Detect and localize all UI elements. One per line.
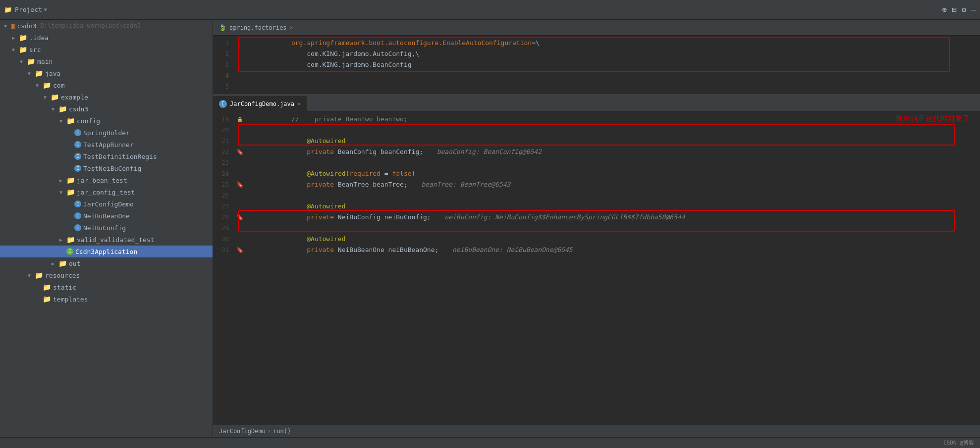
breadcrumb-jarconfigdemo[interactable]: JarConfigDemo bbox=[219, 428, 266, 435]
sidebar-item-src[interactable]: ▼ 📁 src bbox=[0, 44, 213, 55]
java-icon-testdefregis: C bbox=[74, 153, 81, 160]
arrow-out: ▶ bbox=[52, 261, 58, 266]
arrow-jar-config-test: ▼ bbox=[59, 190, 66, 195]
sidebar-label-main: main bbox=[37, 58, 53, 65]
sidebar-item-out[interactable]: ▶ 📁 out bbox=[0, 257, 213, 269]
folder-icon-valid-validated: 📁 bbox=[66, 236, 75, 244]
sidebar-item-example[interactable]: ▼ 📁 example bbox=[0, 91, 213, 103]
arrow-csdn3sub: ▼ bbox=[52, 106, 58, 112]
sidebar-item-main[interactable]: ▼ 📁 main bbox=[0, 55, 213, 67]
folder-icon-jar-bean-test: 📁 bbox=[66, 176, 75, 184]
sidebar-label-testapprunner: TestAppRunner bbox=[83, 141, 134, 149]
java-icon-jarconfigdemo: C bbox=[74, 200, 81, 207]
sidebar-label-csdn3: csdn3 bbox=[17, 22, 36, 30]
folder-icon-config: 📁 bbox=[66, 117, 75, 125]
code-line-31: 31 🔖 private NeiBuBeanOne neiBuBeanOne; … bbox=[213, 245, 980, 255]
sidebar-label-testneibuconfig: TestNeiBuConfig bbox=[83, 165, 141, 172]
sidebar-item-java[interactable]: ▼ 📁 java bbox=[0, 67, 213, 79]
arrow-valid-validated: ▶ bbox=[59, 237, 66, 243]
sidebar-item-neibuBeanOne[interactable]: C NeiBuBeanOne bbox=[0, 210, 213, 222]
arrow-config: ▼ bbox=[59, 118, 66, 124]
code-line-28: 28 🔖 private NeiBuConfig neiBuConfig; ne… bbox=[213, 212, 980, 223]
sidebar-item-csdn3[interactable]: ▼ ▣ csdn3 D:\temp\idea_workplace\csdn3 bbox=[0, 20, 213, 32]
editor-area: 🍃 spring.factories ✕ 1 org.springframewo… bbox=[213, 20, 980, 437]
editor-bottom: C JarConfigDemo.java ✕ 现在就不是代理对象了 19 bbox=[213, 96, 980, 437]
sidebar-item-config[interactable]: ▼ 📁 config bbox=[0, 115, 213, 127]
code-line-3: 3 com.KING.jardemo.BeanConfig bbox=[213, 59, 980, 70]
folder-icon-idea: 📁 bbox=[19, 34, 27, 42]
sidebar-path-csdn3: D:\temp\idea_workplace\csdn3 bbox=[41, 22, 141, 29]
code-line-19: 19 🔒 // private BeanTwo beanTwo; bbox=[213, 114, 980, 125]
arrow-jar-bean-test: ▶ bbox=[59, 178, 66, 183]
module-icon: ▣ bbox=[11, 22, 15, 30]
java-tab-icon: C bbox=[219, 100, 227, 108]
sidebar-label-com: com bbox=[53, 82, 64, 89]
sidebar-item-valid-validated-test[interactable]: ▶ 📁 valid_validated_test bbox=[0, 234, 213, 246]
arrow-csdn3: ▼ bbox=[4, 23, 11, 29]
sidebar-item-jarconfigdemo[interactable]: C JarConfigDemo bbox=[0, 198, 213, 210]
breadcrumb-bar: JarConfigDemo › run() bbox=[213, 424, 980, 437]
sidebar-item-templates[interactable]: 📁 templates bbox=[0, 293, 213, 305]
code-line-25: 25 🔖 private BeanTree beanTree; beanTree… bbox=[213, 179, 980, 190]
red-annotation: 现在就不是代理对象了 bbox=[896, 114, 970, 123]
project-arrow: ▼ bbox=[44, 7, 47, 12]
top-bar-icons: ⊕ ⊟ ⚙ — bbox=[942, 5, 976, 14]
java-icon-neibubeanone: C bbox=[74, 212, 81, 219]
java-icon-testneibuconfig: C bbox=[74, 165, 81, 172]
sidebar-item-jar-bean-test[interactable]: ▶ 📁 jar_bean_test bbox=[0, 174, 213, 186]
sidebar-item-neibuconfig[interactable]: C NeiBuConfig bbox=[0, 222, 213, 234]
folder-icon-static: 📁 bbox=[43, 283, 51, 291]
sidebar-label-valid-validated: valid_validated_test bbox=[77, 236, 155, 244]
breadcrumb-separator: › bbox=[268, 428, 271, 435]
sidebar-item-testapprunner[interactable]: C TestAppRunner bbox=[0, 139, 213, 150]
sidebar-item-csdn3sub[interactable]: ▼ 📁 csdn3 bbox=[0, 103, 213, 115]
sidebar-item-csdn3application[interactable]: C Csdn3Application bbox=[0, 246, 213, 257]
sidebar-item-static[interactable]: 📁 static bbox=[0, 281, 213, 293]
folder-icon-templates: 📁 bbox=[43, 295, 51, 303]
sidebar-item-resources[interactable]: ▼ 📁 resources bbox=[0, 269, 213, 281]
folder-icon-example: 📁 bbox=[51, 93, 59, 101]
code-line-5: 5 bbox=[213, 81, 980, 92]
status-bar: CSDN @博客 bbox=[0, 437, 980, 448]
arrow-resources: ▼ bbox=[28, 273, 35, 278]
sidebar-label-example: example bbox=[61, 94, 88, 101]
sidebar-label-springholder: SpringHolder bbox=[83, 129, 130, 137]
project-icon: 📁 bbox=[4, 6, 12, 13]
sidebar-item-testdefinitionregis[interactable]: C TestDefinitionRegis bbox=[0, 150, 213, 162]
arrow-example: ▼ bbox=[44, 95, 51, 100]
sidebar-label-testdefregis: TestDefinitionRegis bbox=[83, 153, 157, 160]
sidebar-label-csdn3sub: csdn3 bbox=[69, 105, 88, 113]
editor-top: 🍃 spring.factories ✕ 1 org.springframewo… bbox=[213, 20, 980, 96]
sidebar-label-out: out bbox=[69, 260, 80, 267]
sidebar-item-testneibuconfig[interactable]: C TestNeiBuConfig bbox=[0, 162, 213, 174]
folder-icon-main: 📁 bbox=[27, 57, 35, 65]
minimize-icon[interactable]: — bbox=[971, 5, 976, 14]
sidebar-label-jar-bean-test: jar_bean_test bbox=[77, 177, 127, 184]
sidebar-item-idea[interactable]: ▶ 📁 .idea bbox=[0, 32, 213, 44]
folder-icon-out: 📁 bbox=[58, 259, 67, 267]
main-layout: ▼ ▣ csdn3 D:\temp\idea_workplace\csdn3 ▶… bbox=[0, 20, 980, 437]
folder-icon-csdn3sub: 📁 bbox=[58, 105, 67, 113]
add-icon[interactable]: ⊕ bbox=[942, 5, 947, 14]
jar-config-editor: 现在就不是代理对象了 19 🔒 // private BeanTwo beanT… bbox=[213, 112, 980, 257]
folder-icon-com: 📁 bbox=[43, 81, 51, 89]
sidebar-item-springholder[interactable]: C SpringHolder bbox=[0, 127, 213, 139]
sidebar-label-config: config bbox=[77, 117, 100, 125]
sidebar-label-static: static bbox=[53, 284, 76, 291]
sidebar-item-jar-config-test[interactable]: ▼ 📁 jar_config_test bbox=[0, 186, 213, 198]
top-bar-title: Project bbox=[15, 6, 42, 13]
folder-icon-java: 📁 bbox=[35, 69, 43, 77]
java-icon-springholder: C bbox=[74, 129, 81, 136]
sidebar-label-templates: templates bbox=[53, 296, 88, 303]
arrow-idea: ▶ bbox=[12, 35, 19, 41]
collapse-icon[interactable]: ⊟ bbox=[952, 5, 957, 14]
java-icon-neibuconfig: C bbox=[74, 224, 81, 231]
arrow-com: ▼ bbox=[36, 83, 43, 88]
code-line-22: 22 🔖 private BeanConfig beanConfig; bean… bbox=[213, 147, 980, 157]
spring-tab-icon: 🍃 bbox=[219, 24, 226, 31]
sidebar-label-jarconfigdemo: JarConfigDemo bbox=[83, 200, 134, 208]
breadcrumb-run[interactable]: run() bbox=[273, 428, 291, 435]
sidebar-item-com[interactable]: ▼ 📁 com bbox=[0, 79, 213, 91]
sidebar-label-java: java bbox=[45, 70, 60, 77]
settings-icon[interactable]: ⚙ bbox=[962, 5, 967, 14]
